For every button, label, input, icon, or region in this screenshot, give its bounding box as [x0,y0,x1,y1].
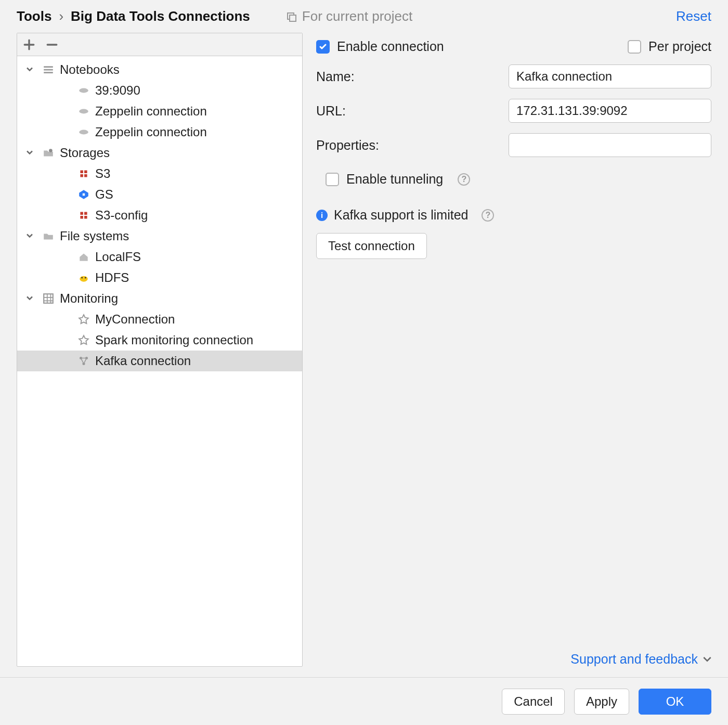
scope-indicator: For current project [287,8,412,24]
tree-item-label: HDFS [95,270,129,285]
cancel-button[interactable]: Cancel [502,689,565,715]
folder-gear-icon [42,147,55,159]
name-label: Name: [316,69,509,84]
dialog-footer: Cancel Apply OK [0,677,728,725]
tree-group-label: Notebooks [60,62,120,77]
zeppelin-icon [77,105,90,118]
svg-point-8 [81,277,83,279]
svg-rect-10 [44,294,53,303]
dropdown-caret-icon[interactable] [703,656,711,663]
connections-panel: Notebooks39:9090Zeppelin connectionZeppe… [17,33,303,667]
tree-item-s3[interactable]: S3 [17,163,302,184]
ok-button[interactable]: OK [639,689,711,715]
folder-icon [42,230,55,242]
tree-item-s3config[interactable]: S3-config [17,205,302,226]
name-input[interactable] [509,64,711,88]
svg-point-5 [49,149,53,152]
svg-point-2 [79,88,88,93]
tree-item-hdfs[interactable]: HDFS [17,267,302,288]
tree-item-spark-mon[interactable]: Spark monitoring connection [17,330,302,351]
tunneling-help-icon[interactable]: ? [458,173,470,186]
chevron-down-icon [24,230,36,242]
svg-point-9 [85,277,86,279]
chevron-down-icon [24,64,36,75]
svg-point-3 [79,109,88,114]
tree-item-conn-39-9090[interactable]: 39:9090 [17,80,302,101]
stack-icon [42,63,55,76]
home-icon [77,251,90,263]
nodes-icon [77,355,90,367]
tree-item-gs[interactable]: GS [17,184,302,205]
enable-tunneling-checkbox[interactable] [326,173,339,186]
tree-group-label: Monitoring [60,291,118,306]
tree-item-label: Zeppelin connection [95,104,207,119]
tree-group-filesystems[interactable]: File systems [17,226,302,247]
tree-item-label: S3-config [95,208,148,223]
info-icon: i [316,210,328,221]
svg-rect-1 [290,15,296,21]
support-feedback-link[interactable]: Support and feedback [570,652,698,667]
url-label: URL: [316,103,509,119]
tree-group-label: File systems [60,229,129,243]
project-scope-icon [287,11,297,22]
support-help-icon[interactable]: ? [482,209,494,222]
star-icon [77,334,90,346]
tree-group-label: Storages [60,146,110,160]
tree-item-label: S3 [95,166,110,181]
s3-icon [77,167,90,180]
per-project-label: Per project [648,39,711,54]
hadoop-icon [77,271,90,284]
svg-point-7 [80,276,87,282]
star-icon [77,313,90,326]
chevron-down-icon [24,293,36,304]
test-connection-button[interactable]: Test connection [316,233,427,259]
enable-connection-checkbox[interactable] [316,40,330,54]
chevron-down-icon [24,147,36,159]
tree-item-zeppelin-2[interactable]: Zeppelin connection [17,122,302,143]
add-connection-button[interactable] [22,38,36,51]
enable-connection-label: Enable connection [337,39,444,54]
tree-item-label: MyConnection [95,312,175,327]
tree-item-label: Zeppelin connection [95,125,207,139]
tree-item-myconn[interactable]: MyConnection [17,309,302,330]
connections-tree[interactable]: Notebooks39:9090Zeppelin connectionZeppe… [17,56,302,666]
zeppelin-icon [77,84,90,97]
properties-label: Properties: [316,138,509,153]
breadcrumb-page: Big Data Tools Connections [71,8,250,24]
support-notice: Kafka support is limited [334,208,468,223]
tree-item-zeppelin-1[interactable]: Zeppelin connection [17,101,302,122]
remove-connection-button[interactable] [45,38,59,51]
tree-item-label: GS [95,187,113,202]
properties-input[interactable] [509,133,711,157]
zeppelin-icon [77,126,90,138]
url-input[interactable] [509,99,711,123]
tree-item-kafka[interactable]: Kafka connection [17,351,302,371]
svg-rect-6 [83,193,85,196]
breadcrumb-root[interactable]: Tools [17,8,51,24]
header-breadcrumb: Tools › Big Data Tools Connections For c… [0,0,728,33]
grid-icon [42,292,55,305]
apply-button[interactable]: Apply [574,689,629,715]
tree-item-label: LocalFS [95,250,141,264]
per-project-checkbox[interactable] [628,40,641,54]
tree-item-label: Kafka connection [95,354,191,368]
tree-group-monitoring[interactable]: Monitoring [17,288,302,309]
connection-form: Enable connection Per project Name: URL:… [316,33,711,667]
s3-icon [77,209,90,222]
svg-point-4 [79,130,88,135]
reset-link[interactable]: Reset [676,8,711,24]
tree-item-label: 39:9090 [95,83,140,98]
breadcrumb-separator: › [59,8,63,24]
tree-group-storages[interactable]: Storages [17,143,302,163]
tree-item-localfs[interactable]: LocalFS [17,247,302,267]
tree-item-label: Spark monitoring connection [95,333,253,347]
tree-toolbar [17,33,302,56]
gs-icon [77,188,90,201]
tree-group-notebooks[interactable]: Notebooks [17,59,302,80]
enable-tunneling-label: Enable tunneling [346,172,443,187]
scope-label: For current project [302,8,412,24]
